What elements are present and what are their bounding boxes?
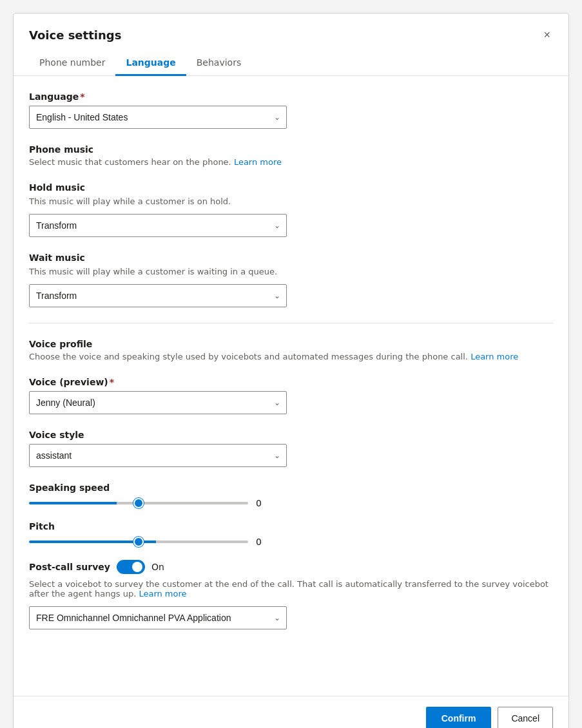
language-select[interactable]: English - United States bbox=[29, 106, 287, 129]
pitch-section: Pitch 0 bbox=[29, 521, 553, 547]
dialog-footer: Confirm Cancel bbox=[14, 696, 568, 728]
post-call-survey-desc: Select a voicebot to survey the customer… bbox=[29, 579, 553, 599]
voicebot-select-wrapper: FRE Omnichannel Omnichannel PVA Applicat… bbox=[29, 606, 287, 629]
hold-music-label: Hold music bbox=[29, 182, 553, 193]
toggle-slider bbox=[117, 560, 145, 574]
hold-music-desc: This music will play while a customer is… bbox=[29, 196, 553, 206]
speaking-speed-value: 0 bbox=[256, 498, 269, 508]
tab-language[interactable]: Language bbox=[115, 51, 186, 76]
phone-music-title: Phone music bbox=[29, 144, 553, 155]
phone-music-learn-more[interactable]: Learn more bbox=[234, 157, 282, 167]
voice-preview-label: Voice (preview)* bbox=[29, 377, 553, 387]
pitch-row: 0 bbox=[29, 537, 553, 547]
voice-style-select-wrapper: assistant ⌄ bbox=[29, 444, 287, 467]
section-divider bbox=[29, 323, 553, 323]
dialog-header: Voice settings × bbox=[14, 14, 568, 43]
wait-music-select[interactable]: Transform bbox=[29, 284, 287, 307]
speaking-speed-section: Speaking speed 0 bbox=[29, 483, 553, 508]
voice-preview-select-wrapper: Jenny (Neural) ⌄ bbox=[29, 391, 287, 414]
phone-music-section: Phone music Select music that customers … bbox=[29, 144, 553, 167]
close-button[interactable]: × bbox=[541, 26, 553, 43]
language-select-wrapper: English - United States ⌄ bbox=[29, 106, 287, 129]
wait-music-desc: This music will play while a customer is… bbox=[29, 267, 553, 276]
language-section: Language* English - United States ⌄ bbox=[29, 91, 553, 129]
wait-music-label: Wait music bbox=[29, 253, 553, 263]
tab-behaviors[interactable]: Behaviors bbox=[186, 51, 251, 76]
tab-phone-number[interactable]: Phone number bbox=[29, 51, 115, 76]
pitch-value: 0 bbox=[256, 537, 269, 547]
post-call-survey-toggle[interactable] bbox=[117, 560, 145, 574]
post-call-toggle-row: Post-call survey On bbox=[29, 560, 553, 574]
voice-style-section: Voice style assistant ⌄ bbox=[29, 430, 553, 467]
voice-style-select[interactable]: assistant bbox=[29, 444, 287, 467]
post-call-survey-label: Post-call survey bbox=[29, 562, 110, 572]
voice-profile-learn-more[interactable]: Learn more bbox=[470, 352, 518, 361]
speaking-speed-label: Speaking speed bbox=[29, 483, 553, 493]
pitch-label: Pitch bbox=[29, 521, 553, 532]
hold-music-section: Hold music This music will play while a … bbox=[29, 182, 553, 237]
dialog-body: Language* English - United States ⌄ Phon… bbox=[14, 76, 568, 696]
voice-preview-section: Voice (preview)* Jenny (Neural) ⌄ bbox=[29, 377, 553, 414]
phone-music-desc: Select music that customers hear on the … bbox=[29, 157, 553, 167]
dialog-title: Voice settings bbox=[29, 28, 121, 42]
voicebot-select[interactable]: FRE Omnichannel Omnichannel PVA Applicat… bbox=[29, 606, 287, 629]
language-label: Language* bbox=[29, 91, 553, 102]
post-call-survey-status: On bbox=[151, 562, 164, 572]
post-call-learn-more[interactable]: Learn more bbox=[139, 589, 186, 599]
voice-preview-select[interactable]: Jenny (Neural) bbox=[29, 391, 287, 414]
speaking-speed-slider[interactable] bbox=[29, 502, 248, 504]
hold-music-select-wrapper: Transform ⌄ bbox=[29, 214, 287, 237]
pitch-slider[interactable] bbox=[29, 541, 248, 543]
hold-music-select[interactable]: Transform bbox=[29, 214, 287, 237]
voice-profile-section: Voice profile Choose the voice and speak… bbox=[29, 339, 553, 361]
voice-profile-desc: Choose the voice and speaking style used… bbox=[29, 352, 553, 361]
voice-settings-dialog: Voice settings × Phone number Language B… bbox=[13, 13, 569, 728]
voice-style-label: Voice style bbox=[29, 430, 553, 440]
speaking-speed-row: 0 bbox=[29, 498, 553, 508]
tabs-container: Phone number Language Behaviors bbox=[14, 43, 568, 76]
confirm-button[interactable]: Confirm bbox=[426, 707, 492, 728]
post-call-survey-section: Post-call survey On Select a voicebot to… bbox=[29, 560, 553, 629]
cancel-button[interactable]: Cancel bbox=[498, 707, 553, 728]
voice-profile-title: Voice profile bbox=[29, 339, 553, 349]
wait-music-select-wrapper: Transform ⌄ bbox=[29, 284, 287, 307]
wait-music-section: Wait music This music will play while a … bbox=[29, 253, 553, 307]
